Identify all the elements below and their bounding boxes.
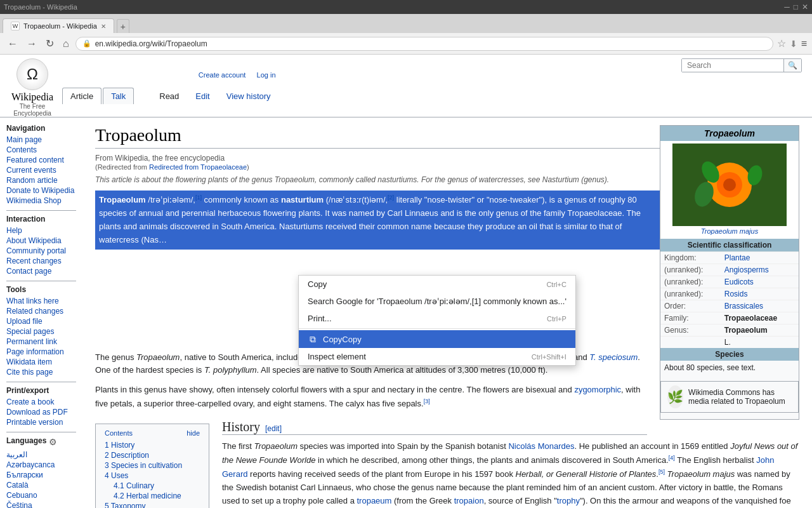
svg-point-3 bbox=[723, 178, 736, 191]
infobox-value-link[interactable]: Brassicales bbox=[724, 302, 763, 311]
sidebar-item-citethispage[interactable]: Cite this page bbox=[6, 368, 76, 377]
sidebar-item-whatlinks[interactable]: What links here bbox=[6, 297, 76, 305]
close-btn[interactable]: ✕ bbox=[802, 3, 808, 11]
trophy-link[interactable]: trophy bbox=[557, 496, 580, 505]
tab-article[interactable]: Article bbox=[62, 88, 102, 104]
action-history[interactable]: View history bbox=[221, 88, 276, 104]
contents-link-4[interactable]: 4 Uses bbox=[105, 471, 128, 480]
contents-link-4-1[interactable]: 4.1 Culinary bbox=[114, 481, 154, 490]
sidebar-item-pageinfo[interactable]: Page information bbox=[6, 347, 76, 356]
forward-btn[interactable]: → bbox=[24, 37, 39, 51]
search-input[interactable] bbox=[682, 59, 783, 72]
create-account-link[interactable]: Create account bbox=[199, 71, 246, 79]
contents-link-5[interactable]: 5 Taxonomy bbox=[105, 502, 145, 508]
sidebar-item-wikidataitem[interactable]: Wikidata item bbox=[6, 358, 76, 366]
history-edit-btn[interactable]: [edit] bbox=[265, 424, 282, 433]
infobox-row-label: Order: bbox=[660, 300, 721, 312]
context-menu-print[interactable]: Print... Ctrl+P bbox=[299, 310, 575, 327]
sidebar-item-mainpage[interactable]: Main page bbox=[6, 135, 76, 144]
infobox-value-link[interactable]: Eudicots bbox=[724, 277, 754, 286]
languages-title: Languages bbox=[6, 436, 46, 445]
sidebar-item-donate[interactable]: Donate to Wikipedia bbox=[6, 186, 76, 195]
sidebar-item-currentevents[interactable]: Current events bbox=[6, 166, 76, 175]
gear-icon[interactable]: ⚙ bbox=[49, 437, 57, 447]
back-btn[interactable]: ← bbox=[5, 37, 20, 51]
sidebar-item-permanentlink[interactable]: Permanent link bbox=[6, 337, 76, 346]
contents-link-2[interactable]: 2 Description bbox=[105, 451, 149, 460]
infobox-value-link[interactable]: Plantae bbox=[724, 253, 750, 262]
monardes-link[interactable]: Nicolás Monardes bbox=[508, 441, 574, 451]
wiki-search[interactable]: 🔍 bbox=[681, 58, 802, 72]
contents-link-1[interactable]: 1 History bbox=[105, 441, 134, 450]
sidebar-item-relatedchanges[interactable]: Related changes bbox=[6, 307, 76, 316]
new-tab-btn[interactable]: + bbox=[117, 19, 129, 33]
tropaeum-link[interactable]: tropaeum bbox=[357, 496, 391, 505]
log-in-link[interactable]: Log in bbox=[257, 71, 276, 79]
search-button[interactable]: 🔍 bbox=[783, 59, 801, 72]
user-links: Create account Log in bbox=[62, 71, 276, 79]
tab-talk[interactable]: Talk bbox=[103, 88, 134, 104]
sidebar-item-featured[interactable]: Featured content bbox=[6, 156, 76, 164]
infobox-row: L. bbox=[660, 337, 799, 349]
infobox-row-value[interactable]: Plantae bbox=[721, 252, 799, 264]
browser-tab[interactable]: W Tropaeolum - Wikipedia ✕ bbox=[3, 18, 114, 33]
infobox-row-value[interactable]: Rosids bbox=[721, 288, 799, 300]
wiki-tabs: Article Talk Read Edit View history bbox=[62, 88, 276, 104]
sidebar-lang-bulgarian[interactable]: Български bbox=[6, 471, 76, 479]
sidebar-item-random[interactable]: Random article bbox=[6, 176, 76, 185]
contents-link-4-2[interactable]: 4.2 Herbal medicine bbox=[114, 491, 181, 500]
context-menu-copy[interactable]: Copy Ctrl+C bbox=[299, 276, 575, 293]
download-icon[interactable]: ⬇ bbox=[790, 39, 797, 49]
action-read[interactable]: Read bbox=[154, 88, 184, 104]
redirect-link[interactable]: Redirected from Tropaeolaceae bbox=[149, 163, 247, 171]
wiki-site-name: Wikipedia bbox=[10, 91, 55, 103]
context-menu-search-google[interactable]: Search Google for 'Tropaeolum /trəˈpiːəl… bbox=[299, 293, 575, 310]
sidebar-lang-czech[interactable]: Čeština bbox=[6, 501, 76, 508]
print-label: Print... bbox=[308, 314, 332, 323]
t-speciosum-link[interactable]: T. speciosum bbox=[589, 352, 638, 362]
sidebar-lang-azerbaijani[interactable]: Azərbaycanca bbox=[6, 460, 76, 469]
sidebar-item-recentchanges[interactable]: Recent changes bbox=[6, 257, 76, 265]
context-menu-inspect[interactable]: Inspect element Ctrl+Shift+I bbox=[299, 348, 575, 365]
address-bar[interactable]: 🔒 en.wikipedia.org/wiki/Tropaeolum bbox=[75, 37, 773, 51]
sidebar-item-help[interactable]: Help bbox=[6, 226, 76, 235]
maximize-btn[interactable]: □ bbox=[794, 3, 798, 11]
sidebar-item-community[interactable]: Community portal bbox=[6, 246, 76, 255]
sidebar-lang-cebuano[interactable]: Cebuano bbox=[6, 491, 76, 500]
bookmark-star[interactable]: ☆ bbox=[777, 37, 786, 50]
infobox-value-link[interactable]: Angiosperms bbox=[724, 265, 769, 274]
sidebar-item-createbook[interactable]: Create a book bbox=[6, 398, 76, 406]
sidebar-item-downloadpdf[interactable]: Download as PDF bbox=[6, 408, 76, 417]
action-edit[interactable]: Edit bbox=[190, 88, 214, 104]
sidebar-item-contents[interactable]: Contents bbox=[6, 145, 76, 154]
sidebar-item-printable[interactable]: Printable version bbox=[6, 418, 76, 427]
zygomorphic-link[interactable]: zygomorphic bbox=[574, 385, 621, 394]
sidebar-lang-catalan[interactable]: Català bbox=[6, 481, 76, 490]
sidebar-item-uploadfile[interactable]: Upload file bbox=[6, 317, 76, 326]
reload-btn[interactable]: ↻ bbox=[43, 36, 56, 51]
wiki-logo[interactable]: Ω Wikipedia The Free Encyclopedia bbox=[10, 58, 55, 117]
menu-icon[interactable]: ≡ bbox=[801, 38, 807, 50]
infobox-row: (unranked):Rosids bbox=[660, 288, 799, 300]
tab-close-btn[interactable]: ✕ bbox=[101, 23, 106, 30]
infobox-value-link[interactable]: Rosids bbox=[724, 290, 748, 298]
wikimedia-box: 🌿 Wikimedia Commons has media related to… bbox=[660, 381, 799, 413]
sidebar-item-about[interactable]: About Wikipedia bbox=[6, 236, 76, 245]
species-label: Species bbox=[715, 350, 743, 359]
sidebar-item-contact[interactable]: Contact page bbox=[6, 267, 76, 276]
sidebar-languages: Languages ⚙ العربية Azərbaycanca Българс… bbox=[6, 436, 76, 508]
tropaion-link[interactable]: tropaion bbox=[454, 496, 484, 505]
infobox-row-label: (unranked): bbox=[660, 264, 721, 276]
sidebar-lang-arabic[interactable]: العربية bbox=[6, 450, 76, 459]
infobox-row-value[interactable]: Brassicales bbox=[721, 300, 799, 312]
contents-link-3[interactable]: 3 Species in cultivation bbox=[105, 461, 182, 470]
home-btn[interactable]: ⌂ bbox=[60, 37, 72, 51]
context-menu-copycopy[interactable]: ⧉ CopyCopy bbox=[299, 330, 575, 348]
minimize-btn[interactable]: ─ bbox=[784, 3, 790, 11]
sidebar-item-wikimediashop[interactable]: Wikimedia Shop bbox=[6, 196, 76, 205]
infobox-row-value[interactable]: Eudicots bbox=[721, 276, 799, 288]
wiki-header-left: Ω Wikipedia The Free Encyclopedia Create… bbox=[10, 58, 276, 117]
contents-hide-btn[interactable]: hide bbox=[187, 429, 200, 437]
infobox-row-value[interactable]: Angiosperms bbox=[721, 264, 799, 276]
sidebar-item-specialpages[interactable]: Special pages bbox=[6, 327, 76, 336]
